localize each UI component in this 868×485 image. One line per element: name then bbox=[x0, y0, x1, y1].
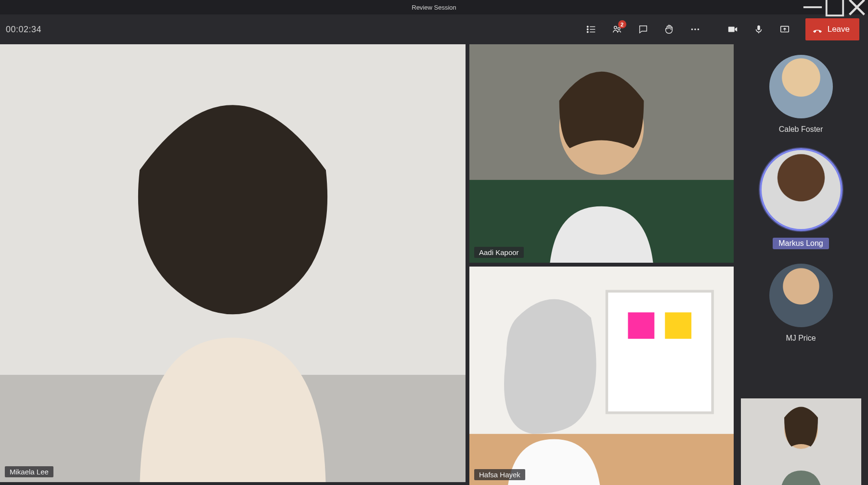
participant-mini-0[interactable]: Caleb Foster bbox=[769, 55, 833, 134]
microphone-icon[interactable] bbox=[747, 18, 771, 40]
svg-rect-13 bbox=[757, 26, 760, 30]
titlebar: Review Session bbox=[0, 0, 868, 14]
video-placeholder bbox=[0, 44, 466, 482]
secondary-stack: Aadi Kapoor Hafsa Hayek bbox=[469, 44, 734, 485]
video-name-tag: Hafsa Hayek bbox=[474, 469, 525, 480]
minimize-button[interactable] bbox=[802, 0, 824, 14]
avatar bbox=[769, 55, 833, 118]
participant-name: Markus Long bbox=[773, 238, 829, 249]
chat-icon[interactable] bbox=[631, 18, 655, 40]
video-name-tag: Mikaela Lee bbox=[5, 466, 53, 477]
video-placeholder bbox=[741, 398, 861, 485]
svg-rect-1 bbox=[827, 0, 843, 15]
more-options-icon[interactable] bbox=[683, 18, 707, 40]
svg-point-7 bbox=[587, 31, 588, 33]
meeting-toolbar: 00:02:34 2 bbox=[0, 14, 868, 44]
svg-point-8 bbox=[614, 26, 617, 29]
svg-point-11 bbox=[694, 28, 696, 30]
svg-point-6 bbox=[587, 29, 588, 30]
meeting-stage: Mikaela Lee Aadi Kapoor bbox=[0, 44, 868, 485]
people-badge: 2 bbox=[618, 20, 626, 28]
leave-button[interactable]: Leave bbox=[805, 18, 859, 40]
call-timer: 00:02:34 bbox=[6, 25, 41, 35]
svg-rect-22 bbox=[607, 291, 713, 413]
participant-name: Caleb Foster bbox=[779, 125, 823, 134]
share-screen-icon[interactable] bbox=[773, 18, 797, 40]
raise-hand-icon[interactable] bbox=[657, 18, 681, 40]
participant-mini-2[interactable]: MJ Price bbox=[769, 264, 833, 343]
participants-list-icon[interactable] bbox=[579, 18, 603, 40]
video-tile-main[interactable]: Mikaela Lee bbox=[0, 44, 466, 482]
svg-rect-0 bbox=[803, 6, 822, 8]
toolbar-actions: 2 bbox=[579, 18, 859, 40]
svg-point-10 bbox=[691, 28, 693, 30]
window-title: Review Session bbox=[412, 4, 456, 11]
window-controls bbox=[802, 0, 868, 14]
participant-mini-1[interactable]: Markus Long bbox=[760, 148, 842, 249]
avatar bbox=[760, 148, 842, 231]
video-placeholder bbox=[469, 44, 734, 263]
people-icon[interactable]: 2 bbox=[605, 18, 629, 40]
video-tile-thumbnail[interactable] bbox=[741, 398, 861, 485]
leave-label: Leave bbox=[828, 25, 850, 34]
video-tile-secondary-1[interactable]: Hafsa Hayek bbox=[469, 267, 734, 485]
participant-name: MJ Price bbox=[786, 334, 816, 343]
video-name-tag: Aadi Kapoor bbox=[474, 247, 524, 258]
svg-rect-24 bbox=[665, 312, 691, 339]
video-tile-secondary-0[interactable]: Aadi Kapoor bbox=[469, 44, 734, 263]
camera-icon[interactable] bbox=[721, 18, 745, 40]
maximize-button[interactable] bbox=[824, 0, 846, 14]
avatar bbox=[769, 264, 833, 327]
svg-point-12 bbox=[697, 28, 699, 30]
close-button[interactable] bbox=[846, 0, 868, 14]
svg-point-5 bbox=[587, 26, 588, 27]
video-placeholder bbox=[469, 267, 734, 485]
participants-sidebar: Caleb Foster Markus Long MJ Price bbox=[734, 44, 868, 485]
svg-rect-23 bbox=[628, 312, 654, 339]
